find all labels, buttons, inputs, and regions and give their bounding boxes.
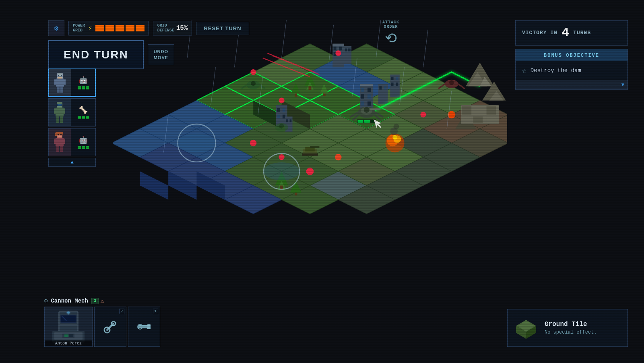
char-card-2[interactable]: 🦴 — [48, 98, 96, 127]
map-svg — [113, 20, 507, 351]
svg-rect-132 — [370, 108, 380, 110]
slot-badge-1: R — [119, 309, 124, 314]
svg-rect-210 — [61, 315, 76, 322]
char-mech-icon-3: 🤖 — [79, 135, 88, 144]
grid-defense-label: GRID DEFENSE — [157, 23, 174, 33]
svg-rect-89 — [332, 44, 344, 46]
unit-slot-2[interactable]: 1 — [128, 307, 160, 347]
svg-rect-140 — [310, 146, 319, 148]
svg-rect-122 — [357, 120, 363, 122]
power-label: POWER GRID — [73, 23, 85, 33]
health-dot-2 — [82, 86, 85, 89]
svg-rect-101 — [396, 83, 398, 86]
svg-rect-98 — [391, 77, 394, 80]
svg-rect-27 — [55, 133, 57, 136]
svg-rect-14 — [62, 108, 65, 114]
bonus-scroll-button[interactable]: ▼ — [516, 80, 627, 89]
game-map[interactable] — [113, 20, 507, 351]
svg-rect-16 — [60, 116, 63, 123]
char-health-dots-3 — [78, 146, 89, 149]
svg-rect-22 — [54, 139, 57, 144]
victory-panel: Victory in 4 turns — [515, 20, 628, 46]
tile-info: Ground Tile No special effect. — [545, 321, 621, 335]
svg-rect-9 — [61, 75, 62, 76]
right-panel: Victory in 4 turns Bonus Objective ☆ Des… — [515, 20, 628, 93]
svg-rect-10 — [58, 77, 62, 79]
svg-point-142 — [250, 69, 256, 75]
attack-order-icon: ⟲ — [382, 30, 399, 48]
health-dot-1 — [78, 86, 81, 89]
power-bar-2 — [105, 25, 114, 31]
svg-rect-26 — [56, 132, 63, 135]
svg-point-149 — [250, 140, 256, 146]
bonus-objective-title: Bonus Objective — [544, 53, 599, 58]
char-card-1[interactable]: 🤖 — [48, 68, 96, 97]
svg-rect-111 — [379, 86, 382, 89]
grid-defense-panel: GRID DEFENSE 15% — [153, 21, 192, 35]
svg-line-194 — [282, 20, 287, 58]
health-dot-9 — [86, 146, 89, 149]
svg-marker-83 — [140, 171, 168, 199]
settings-button[interactable]: ⚙ — [48, 20, 64, 36]
svg-rect-224 — [147, 324, 151, 329]
char-card-3[interactable]: 🤖 — [48, 128, 96, 156]
svg-rect-114 — [277, 108, 280, 112]
unit-slots: R 1 — [94, 307, 160, 347]
svg-rect-173 — [295, 93, 297, 97]
svg-point-152 — [251, 81, 256, 86]
pilot-name: Anton Perez — [45, 340, 92, 346]
svg-rect-23 — [62, 139, 65, 144]
svg-rect-28 — [58, 134, 59, 135]
unit-name-label: Cannon Mech — [51, 298, 88, 304]
svg-line-137 — [458, 84, 464, 89]
svg-rect-105 — [367, 88, 371, 92]
char-panel-scroll-up[interactable]: ▲ — [48, 158, 96, 167]
svg-rect-186 — [473, 116, 483, 123]
health-dot-3 — [86, 86, 89, 89]
svg-point-135 — [449, 80, 454, 85]
svg-rect-120 — [290, 119, 292, 122]
svg-rect-109 — [367, 102, 371, 106]
action-row: End Turn UNDO MOVE — [48, 40, 174, 69]
bonus-objective-panel: Bonus Objective ☆ Destroy the dam ▼ — [515, 49, 628, 90]
victory-prefix: Victory in — [522, 30, 557, 36]
svg-point-148 — [335, 154, 341, 160]
lightning-icon: ⚡ — [88, 24, 92, 32]
svg-rect-171 — [308, 86, 311, 90]
svg-rect-180 — [295, 193, 297, 195]
svg-rect-13 — [54, 108, 57, 114]
tile-icon — [514, 316, 538, 340]
svg-rect-116 — [277, 115, 280, 118]
health-dot-7 — [78, 146, 81, 149]
char-portrait-2 — [49, 99, 71, 127]
svg-point-166 — [392, 135, 397, 140]
svg-rect-2 — [54, 79, 58, 85]
char-portrait-1 — [49, 69, 71, 97]
svg-rect-123 — [364, 120, 370, 122]
svg-rect-183 — [473, 106, 483, 114]
unit-type-icon: ⚙ — [44, 297, 47, 304]
svg-rect-96 — [348, 48, 351, 51]
char-portrait-3 — [49, 129, 71, 156]
slot-badge-2: 1 — [153, 309, 158, 314]
health-dot-6 — [86, 116, 89, 119]
bonus-objective-header: Bonus Objective — [516, 49, 627, 61]
svg-point-144 — [279, 97, 285, 103]
power-bars — [95, 25, 144, 31]
char-mech-icon-1: 🤖 — [79, 76, 88, 85]
end-turn-button[interactable]: End Turn — [48, 40, 144, 69]
undo-move-button[interactable]: UNDO MOVE — [148, 44, 174, 66]
svg-point-156 — [279, 124, 284, 129]
power-bar-1 — [95, 25, 104, 31]
unit-slot-1[interactable]: R — [94, 307, 126, 347]
svg-rect-3 — [62, 79, 66, 85]
char-info-3: 🤖 — [71, 129, 95, 156]
svg-rect-30 — [58, 136, 62, 137]
svg-rect-4 — [57, 87, 60, 93]
svg-rect-8 — [58, 75, 59, 76]
svg-rect-141 — [302, 153, 318, 156]
svg-point-143 — [335, 50, 341, 56]
reset-turn-button[interactable]: RESET TURN — [196, 22, 249, 35]
svg-line-197 — [423, 29, 428, 67]
victory-suffix: turns — [573, 30, 591, 36]
